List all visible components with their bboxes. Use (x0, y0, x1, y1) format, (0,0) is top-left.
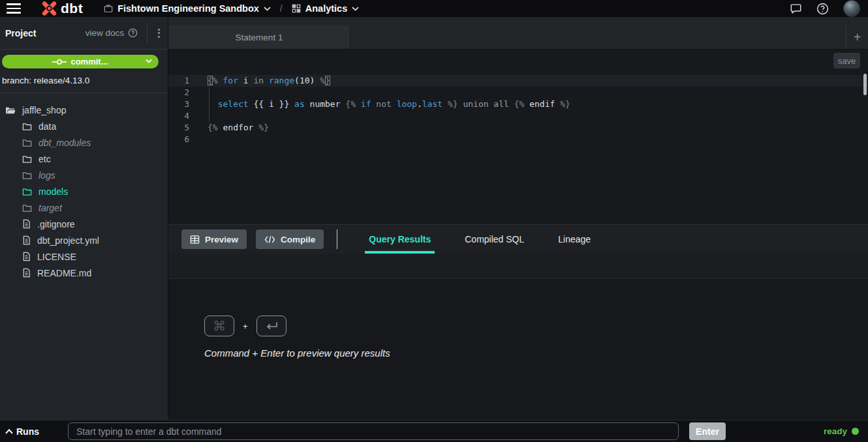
view-docs-link[interactable]: view docs (85, 28, 138, 38)
results-tabs: Query ResultsCompiled SQLLineage (365, 225, 595, 254)
code-line-6 (198, 134, 868, 145)
status-dot-icon (852, 428, 859, 435)
tree-item-logs[interactable]: logs (0, 167, 168, 183)
runs-toggle[interactable]: Runs (5, 426, 68, 437)
code-content: {% for i in range(10) %} select {{ i }} … (198, 72, 868, 224)
tree-item-models[interactable]: models (0, 183, 168, 199)
folder-icon (22, 122, 32, 131)
project-selector[interactable]: Analytics (292, 3, 359, 14)
project-sidebar: Project view docs (0, 17, 168, 420)
code-line-1: {% for i in range(10) %} (198, 75, 868, 87)
editor-scrollbar[interactable] (863, 74, 867, 95)
chevron-up-icon (5, 429, 13, 434)
save-button[interactable]: save (833, 53, 860, 68)
empty-state-hint: Command + Enter to preview query results (204, 347, 868, 359)
dbt-logo-icon (40, 0, 58, 17)
chevron-down-icon (146, 59, 152, 63)
compile-button[interactable]: Compile (256, 229, 324, 249)
code-line-5: {% endfor %} (198, 122, 868, 134)
tree-item-dbt-project-yml[interactable]: dbt_project.yml (0, 232, 168, 248)
tab-query-results[interactable]: Query Results (365, 225, 435, 254)
tree-item-readme-md[interactable]: README.md (0, 265, 168, 281)
table-icon (190, 235, 200, 244)
tree-item-dbt-modules[interactable]: dbt_modules (0, 134, 168, 151)
editor-toolbar: save (168, 50, 868, 72)
file-icon (22, 268, 31, 278)
breadcrumb-separator: / (280, 3, 283, 14)
line-number: 3 (168, 98, 198, 110)
tree-item-label: target (39, 203, 62, 213)
branch-label: branch: release/4.13.0 (2, 76, 163, 85)
sidebar-header: Project view docs (0, 17, 168, 50)
dbt-command-input[interactable] (68, 422, 679, 440)
tree-item-label: README.md (37, 268, 91, 278)
folder-icon (22, 187, 32, 196)
folder-icon (22, 138, 32, 147)
tree-item-data[interactable]: data (0, 118, 168, 134)
line-number-gutter: 123456 (168, 72, 198, 224)
code-line-2 (198, 87, 868, 98)
dbt-logo-text: dbt (61, 1, 83, 16)
chevron-down-icon (352, 7, 359, 11)
avatar[interactable] (843, 0, 860, 17)
help-circle-icon (128, 28, 138, 38)
tree-item-jaffle-shop[interactable]: jaffle_shop (0, 102, 168, 118)
file-icon (22, 219, 31, 229)
folder-icon (22, 155, 32, 164)
tree-item-label: .gitignore (37, 219, 75, 229)
enter-keycap (256, 316, 287, 336)
top-bar: dbt Fishtown Engineering Sandbox / Analy… (0, 0, 868, 17)
dbt-cloud-ide: dbt Fishtown Engineering Sandbox / Analy… (0, 0, 868, 442)
kebab-menu-icon[interactable] (154, 26, 164, 40)
return-key-icon (264, 321, 279, 331)
account-selector[interactable]: Fishtown Engineering Sandbox (104, 3, 271, 14)
line-number: 6 (168, 134, 198, 145)
file-tree: jaffle_shopdatadbt_modulesetclogsmodelst… (0, 93, 168, 281)
code-editor[interactable]: 123456 {% for i in range(10) %} select {… (168, 72, 868, 224)
line-number: 1 (168, 75, 198, 87)
file-icon (22, 235, 31, 245)
tree-item-gitignore[interactable]: .gitignore (0, 216, 168, 232)
preview-button[interactable]: Preview (181, 229, 247, 249)
folder-icon (22, 203, 32, 213)
feedback-chat-icon[interactable] (790, 3, 802, 14)
line-number: 2 (168, 87, 198, 98)
tree-item-license[interactable]: LICENSE (0, 248, 168, 265)
hamburger-menu-icon[interactable] (7, 3, 21, 14)
main-pane: Statement 1 + save 123456 {% for i in ra… (168, 17, 868, 420)
sidebar-title: Project (5, 28, 36, 38)
dbt-logo[interactable]: dbt (40, 0, 83, 17)
tree-item-target[interactable]: target (0, 199, 168, 216)
results-toolbar: Preview Compile Query ResultsCompiled SQ… (168, 225, 868, 254)
tree-item-label: jaffle_shop (22, 105, 66, 115)
command-keycap: ⌘ (204, 316, 234, 336)
tree-item-label: data (39, 121, 56, 132)
tree-item-etc[interactable]: etc (0, 151, 168, 167)
tree-item-label: models (39, 186, 68, 197)
tree-item-label: logs (39, 170, 55, 181)
results-empty-state: ⌘ + Command + Enter to preview query res… (168, 279, 868, 420)
new-tab-button[interactable]: + (846, 25, 868, 49)
command-key-icon: ⌘ (213, 318, 226, 334)
tree-item-label: etc (39, 154, 51, 164)
results-subheader (168, 254, 868, 279)
git-commit-icon (52, 59, 67, 65)
enter-button[interactable]: Enter (689, 422, 726, 440)
status-label: ready (824, 426, 847, 436)
folder-icon (22, 171, 32, 180)
grid-icon (292, 4, 301, 13)
project-name: Analytics (305, 3, 347, 14)
tree-item-label: dbt_modules (39, 138, 91, 148)
connection-status: ready (824, 426, 859, 436)
account-name: Fishtown Engineering Sandbox (117, 3, 259, 14)
editor-tab-statement-1[interactable]: Statement 1 (168, 25, 350, 49)
help-icon[interactable] (816, 3, 829, 15)
briefcase-icon (104, 4, 113, 13)
commit-button[interactable]: commit... (2, 55, 159, 68)
tab-lineage[interactable]: Lineage (554, 225, 595, 254)
line-number: 5 (168, 122, 198, 134)
code-icon (264, 235, 275, 244)
toolbar-divider (337, 229, 337, 249)
tab-compiled-sql[interactable]: Compiled SQL (461, 225, 528, 254)
plus-separator: + (243, 321, 248, 331)
